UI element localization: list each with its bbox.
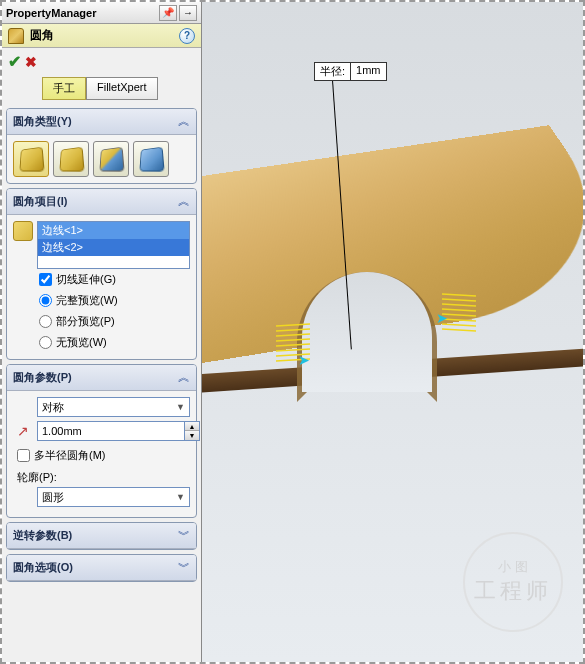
section-header-type[interactable]: 圆角类型(Y) ︽ bbox=[7, 109, 196, 135]
select-value: 对称 bbox=[42, 400, 64, 415]
callout-label: 半径: bbox=[314, 62, 351, 81]
svg-line-9 bbox=[442, 299, 476, 301]
circular-notch bbox=[302, 272, 432, 392]
radio-label: 无预览(W) bbox=[56, 335, 107, 350]
symmetry-select[interactable]: 对称 ▼ bbox=[37, 397, 190, 417]
type-face-fillet[interactable] bbox=[93, 141, 129, 177]
no-preview-radio[interactable] bbox=[39, 336, 52, 349]
help-icon[interactable]: ? bbox=[179, 28, 195, 44]
section-header-reverse[interactable]: 逆转参数(B) ︾ bbox=[7, 523, 196, 549]
section-reverse-params: 逆转参数(B) ︾ bbox=[6, 522, 197, 550]
panel-header: PropertyManager 📌 → bbox=[2, 2, 201, 24]
radius-spinbox: ▲ ▼ bbox=[37, 421, 200, 441]
edge-selection-list[interactable]: 边线<1> 边线<2> bbox=[37, 221, 190, 269]
mode-tabs: 手工 FilletXpert bbox=[2, 75, 201, 106]
fillet-type-icons bbox=[13, 141, 190, 177]
dropdown-arrow-icon: ▼ bbox=[176, 402, 185, 412]
svg-line-0 bbox=[276, 324, 310, 326]
type-variable-radius[interactable] bbox=[53, 141, 89, 177]
full-preview-radio[interactable] bbox=[39, 294, 52, 307]
type-full-round[interactable] bbox=[133, 141, 169, 177]
dropdown-arrow-icon: ▼ bbox=[176, 492, 185, 502]
3d-viewport[interactable]: ➤ ➤ 半径: 1mm 小 图 工程师 bbox=[202, 2, 583, 662]
tangent-propagation-checkbox[interactable] bbox=[39, 273, 52, 286]
section-title: 圆角项目(I) bbox=[13, 194, 178, 209]
section-fillet-type: 圆角类型(Y) ︽ bbox=[6, 108, 197, 184]
action-row: ✔ ✖ bbox=[2, 48, 201, 75]
profile-label: 轮廓(P): bbox=[13, 466, 190, 487]
watermark: 小 图 工程师 bbox=[463, 532, 563, 632]
chevron-down-icon: ︾ bbox=[178, 527, 190, 544]
header-controls: 📌 → bbox=[159, 5, 197, 21]
direction-arrow-icon: ➤ bbox=[436, 310, 448, 326]
tab-manual[interactable]: 手工 bbox=[42, 77, 86, 100]
chevron-up-icon: ︽ bbox=[178, 193, 190, 210]
tab-filletxpert[interactable]: FilletXpert bbox=[86, 77, 158, 100]
profile-select[interactable]: 圆形 ▼ bbox=[37, 487, 190, 507]
partial-preview-radio[interactable] bbox=[39, 315, 52, 328]
section-title: 圆角类型(Y) bbox=[13, 114, 178, 129]
section-fillet-options: 圆角选项(O) ︾ bbox=[6, 554, 197, 582]
section-header-options[interactable]: 圆角选项(O) ︾ bbox=[7, 555, 196, 581]
watermark-main: 工程师 bbox=[474, 576, 552, 606]
list-item[interactable]: 边线<1> bbox=[38, 222, 189, 239]
type-constant-radius[interactable] bbox=[13, 141, 49, 177]
section-fillet-params: 圆角参数(P) ︽ 对称 ▼ ↗ ▲ ▼ bbox=[6, 364, 197, 518]
fillet-preview-right: ➤ bbox=[440, 292, 478, 334]
pin-button[interactable]: 📌 bbox=[159, 5, 177, 21]
section-header-items[interactable]: 圆角项目(I) ︽ bbox=[7, 189, 196, 215]
chevron-down-icon: ︾ bbox=[178, 559, 190, 576]
edge-selection-icon bbox=[13, 221, 33, 241]
checkbox-label: 多半径圆角(M) bbox=[34, 448, 106, 463]
section-fillet-items: 圆角项目(I) ︽ 边线<1> 边线<2> 切线延伸(G) 完整预览(W) bbox=[6, 188, 197, 360]
callout-value[interactable]: 1mm bbox=[351, 62, 386, 81]
chevron-up-icon: ︽ bbox=[178, 369, 190, 386]
svg-line-4 bbox=[276, 344, 310, 346]
multi-radius-checkbox[interactable] bbox=[17, 449, 30, 462]
svg-line-15 bbox=[442, 329, 476, 331]
svg-line-8 bbox=[442, 294, 476, 296]
fillet-preview-left: ➤ bbox=[274, 322, 312, 364]
ok-button[interactable]: ✔ bbox=[8, 52, 21, 71]
svg-line-5 bbox=[276, 349, 310, 351]
section-title: 圆角选项(O) bbox=[13, 560, 178, 575]
checkbox-label: 切线延伸(G) bbox=[56, 272, 116, 287]
list-item[interactable]: 边线<2> bbox=[38, 239, 189, 256]
symmetry-icon bbox=[13, 398, 33, 416]
section-title: 逆转参数(B) bbox=[13, 528, 178, 543]
arrow-button[interactable]: → bbox=[179, 5, 197, 21]
panel-title: PropertyManager bbox=[6, 7, 159, 19]
radio-label: 部分预览(P) bbox=[56, 314, 115, 329]
direction-arrow-icon: ➤ bbox=[298, 352, 310, 368]
svg-line-10 bbox=[442, 304, 476, 306]
radio-label: 完整预览(W) bbox=[56, 293, 118, 308]
spin-down-button[interactable]: ▼ bbox=[185, 431, 199, 440]
select-value: 圆形 bbox=[42, 490, 64, 505]
svg-line-1 bbox=[276, 329, 310, 331]
radius-input[interactable] bbox=[37, 421, 185, 441]
chevron-up-icon: ︽ bbox=[178, 113, 190, 130]
watermark-small: 小 图 bbox=[498, 558, 528, 576]
spin-up-button[interactable]: ▲ bbox=[185, 422, 199, 431]
feature-name: 圆角 bbox=[30, 27, 179, 44]
cancel-button[interactable]: ✖ bbox=[25, 54, 37, 70]
fillet-icon bbox=[8, 28, 24, 44]
svg-line-3 bbox=[276, 339, 310, 341]
feature-title-bar: 圆角 ? bbox=[2, 24, 201, 48]
property-manager-panel: PropertyManager 📌 → 圆角 ? ✔ ✖ 手工 FilletXp… bbox=[2, 2, 202, 662]
section-header-params[interactable]: 圆角参数(P) ︽ bbox=[7, 365, 196, 391]
radius-icon: ↗ bbox=[13, 422, 33, 440]
section-title: 圆角参数(P) bbox=[13, 370, 178, 385]
radius-callout[interactable]: 半径: 1mm bbox=[314, 62, 387, 81]
svg-line-2 bbox=[276, 334, 310, 336]
